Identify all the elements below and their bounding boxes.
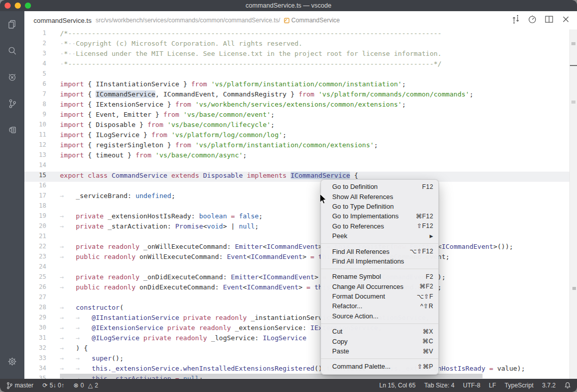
code-line-28[interactable]: →constructor( xyxy=(60,304,525,314)
explorer-icon[interactable] xyxy=(0,11,24,38)
editor-gutter[interactable]: 1234567891011121314151617181920212223242… xyxy=(24,29,60,379)
line-number[interactable]: 13 xyxy=(24,151,60,161)
line-number[interactable]: 24 xyxy=(24,263,60,273)
language-mode[interactable]: TypeScript xyxy=(505,382,534,389)
line-number[interactable]: 3 xyxy=(24,50,60,60)
line-number[interactable]: 16 xyxy=(24,182,60,192)
code-line-4[interactable]: ·*--------------------------------------… xyxy=(60,60,525,70)
menu-item-copy[interactable]: Copy⌘C xyxy=(321,336,438,346)
code-line-18[interactable] xyxy=(60,202,525,212)
line-number[interactable]: 9 xyxy=(24,111,60,121)
line-number[interactable]: 7 xyxy=(24,90,60,101)
code-lines[interactable]: /*--------------------------------------… xyxy=(60,29,525,379)
menu-item-find-all-references[interactable]: Find All References⌥⇧F12 xyxy=(321,246,438,256)
menu-item-show-all-references[interactable]: Show All References xyxy=(321,191,438,201)
code-line-32[interactable]: →) { xyxy=(60,344,525,354)
line-number[interactable]: 28 xyxy=(24,304,60,314)
code-line-15[interactable]: export class CommandService extends Disp… xyxy=(60,172,525,182)
code-line-2[interactable]: ·*··Copyright (c) Microsoft Corporation.… xyxy=(60,40,525,50)
line-number[interactable]: 22 xyxy=(24,243,60,253)
line-number[interactable]: 1 xyxy=(24,29,60,40)
menu-item-go-to-definition[interactable]: Go to DefinitionF12 xyxy=(321,182,438,191)
line-number[interactable]: 17 xyxy=(24,192,60,202)
code-line-6[interactable]: import { IInstantiationService } from 'v… xyxy=(60,80,525,90)
close-editor-icon[interactable] xyxy=(561,14,571,26)
line-number[interactable]: 27 xyxy=(24,293,60,304)
code-line-1[interactable]: /*--------------------------------------… xyxy=(60,29,525,40)
code-line-5[interactable] xyxy=(60,70,525,80)
code-line-24[interactable] xyxy=(60,263,525,273)
overview-ruler[interactable] xyxy=(569,29,577,379)
code-line-7[interactable]: import { ICommandService, ICommandEvent,… xyxy=(60,90,525,101)
menu-item-format-document[interactable]: Format Document⌥⇧F xyxy=(321,291,438,301)
menu-item-paste[interactable]: Paste⌘V xyxy=(321,346,438,356)
extensions-icon[interactable] xyxy=(0,117,24,143)
code-line-30[interactable]: →→@IExtensionService private readonly _e… xyxy=(60,324,525,334)
line-number[interactable]: 23 xyxy=(24,253,60,263)
code-line-10[interactable]: import { Disposable } from 'vs/base/comm… xyxy=(60,121,525,131)
settings-gear-icon[interactable] xyxy=(0,348,24,375)
menu-item-source-action[interactable]: Source Action... xyxy=(321,311,438,321)
problems-indicator[interactable]: ⊗ 0 △ 2 xyxy=(73,382,98,389)
code-line-34[interactable]: →→this._extensionService.whenInstalledEx… xyxy=(60,365,525,375)
debug-icon[interactable] xyxy=(0,64,24,90)
code-line-11[interactable]: import { ILogService } from 'vs/platform… xyxy=(60,131,525,141)
menu-item-find-all-implementations[interactable]: Find All Implementations xyxy=(321,256,438,266)
code-line-27[interactable] xyxy=(60,293,525,304)
notifications-bell-icon[interactable] xyxy=(564,382,571,389)
code-line-13[interactable]: import { timeout } from 'vs/base/common/… xyxy=(60,151,525,161)
menu-item-go-to-type-definition[interactable]: Go to Type Definition xyxy=(321,202,438,211)
code-line-9[interactable]: import { Event, Emitter } from 'vs/base/… xyxy=(60,111,525,121)
code-line-29[interactable]: →→@IInstantiationService private readonl… xyxy=(60,314,525,324)
menu-item-go-to-references[interactable]: Go to References⇧F12 xyxy=(321,221,438,231)
ts-version[interactable]: 3.7.2 xyxy=(542,382,556,389)
split-editor-icon[interactable] xyxy=(544,14,554,26)
line-number[interactable]: 18 xyxy=(24,202,60,212)
search-icon[interactable] xyxy=(0,38,24,64)
line-number[interactable]: 5 xyxy=(24,70,60,80)
line-number[interactable]: 14 xyxy=(24,161,60,172)
timeline-clock-icon[interactable] xyxy=(527,14,537,26)
eol[interactable]: LF xyxy=(489,382,496,389)
menu-item-change-all-occurrences[interactable]: Change All Occurrences⌘F2 xyxy=(321,282,438,291)
git-branch-indicator[interactable]: master xyxy=(6,382,34,389)
line-number[interactable]: 4 xyxy=(24,60,60,70)
code-line-23[interactable]: →public readonly onWillExecuteCommand: E… xyxy=(60,253,525,263)
code-line-12[interactable]: import { registerSingleton } from 'vs/pl… xyxy=(60,141,525,151)
line-number[interactable]: 30 xyxy=(24,324,60,334)
tab-size[interactable]: Tab Size: 4 xyxy=(424,382,454,389)
active-file-name[interactable]: commandService.ts xyxy=(34,17,91,24)
line-number[interactable]: 26 xyxy=(24,283,60,293)
source-control-icon[interactable] xyxy=(0,90,24,117)
code-editor[interactable]: 1234567891011121314151617181920212223242… xyxy=(24,29,577,379)
code-line-31[interactable]: →→@ILogService private readonly _logServ… xyxy=(60,334,525,344)
line-number[interactable]: 6 xyxy=(24,80,60,90)
line-number[interactable]: 25 xyxy=(24,273,60,283)
sync-indicator[interactable]: ⟳ 5↓ 0↑ xyxy=(43,382,65,389)
line-number[interactable]: 15 xyxy=(24,172,60,182)
encoding[interactable]: UTF-8 xyxy=(463,382,480,389)
line-number[interactable]: 20 xyxy=(24,222,60,233)
code-line-19[interactable]: →private _extensionHostIsReady: boolean … xyxy=(60,212,525,222)
line-number[interactable]: 21 xyxy=(24,233,60,243)
minimize-window-button[interactable] xyxy=(15,3,21,9)
cursor-position[interactable]: Ln 15, Col 65 xyxy=(379,382,415,389)
line-number[interactable]: 31 xyxy=(24,334,60,344)
code-line-20[interactable]: →private _starActivation: Promise<void> … xyxy=(60,222,525,233)
code-line-14[interactable] xyxy=(60,161,525,172)
line-number[interactable]: 12 xyxy=(24,141,60,151)
line-number[interactable]: 34 xyxy=(24,365,60,375)
code-line-25[interactable]: →private readonly _onDidExecuteCommand: … xyxy=(60,273,525,283)
line-number[interactable]: 33 xyxy=(24,354,60,365)
menu-item-rename-symbol[interactable]: Rename SymbolF2 xyxy=(321,272,438,281)
titlebar[interactable]: commandService.ts — vscode xyxy=(0,0,577,11)
code-line-22[interactable]: →private readonly _onWillExecuteCommand:… xyxy=(60,243,525,253)
code-line-3[interactable]: ·*··Licensed under the MIT License. See … xyxy=(60,50,525,60)
breadcrumb-path[interactable]: src/vs/workbench/services/commands/commo… xyxy=(95,17,280,24)
line-number[interactable]: 19 xyxy=(24,212,60,222)
line-number[interactable]: 10 xyxy=(24,121,60,131)
menu-item-peek[interactable]: Peek▶ xyxy=(321,231,438,241)
menu-item-refactor[interactable]: Refactor...^⇧R xyxy=(321,301,438,311)
line-number[interactable]: 32 xyxy=(24,344,60,354)
menu-item-go-to-implementations[interactable]: Go to Implementations⌘F12 xyxy=(321,211,438,221)
